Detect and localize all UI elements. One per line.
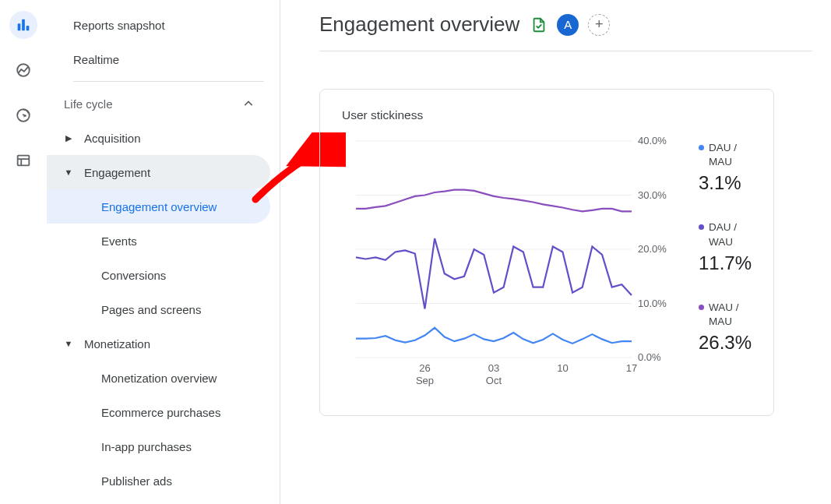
legend-dot (699, 305, 704, 310)
legend-dot (699, 224, 704, 230)
group-engagement[interactable]: ▼ Engagement (47, 155, 270, 189)
svg-rect-6 (18, 156, 30, 166)
chevron-up-icon (241, 96, 256, 111)
subitem-ecommerce-purchases[interactable]: Ecommerce purchases (47, 395, 270, 429)
subitem-engagement-overview[interactable]: Engagement overview (47, 189, 270, 224)
subitem-in-app-purchases[interactable]: In-app purchases (47, 429, 270, 463)
header-divider (319, 51, 812, 51)
metrics-panel: DAU /MAU 3.1% DAU /WAU 11.7% WAU /MAU 26… (699, 136, 752, 393)
svg-text:Oct: Oct (486, 375, 502, 386)
svg-text:03: 03 (488, 362, 499, 374)
metric-dau-wau[interactable]: DAU /WAU 11.7% (699, 220, 752, 273)
nav-label: Realtime (73, 53, 119, 66)
svg-rect-2 (26, 26, 30, 30)
section-label: Life cycle (64, 97, 113, 111)
metric-value: 3.1% (699, 172, 752, 194)
subitem-label: Monetization overview (101, 372, 217, 385)
card-title: User stickiness (342, 108, 752, 122)
svg-text:40.0%: 40.0% (638, 136, 667, 146)
icon-rail (0, 0, 47, 504)
page-title: Engagement overview (319, 12, 519, 37)
svg-rect-1 (22, 19, 25, 31)
subitem-publisher-ads[interactable]: Publisher ads (47, 463, 270, 498)
svg-rect-0 (18, 23, 21, 30)
nav-reports-snapshot[interactable]: Reports snapshot (47, 8, 270, 42)
reports-icon[interactable] (9, 11, 37, 39)
subitem-monetization-overview[interactable]: Monetization overview (47, 361, 270, 395)
avatar[interactable]: A (557, 14, 579, 36)
subitem-label: Ecommerce purchases (101, 406, 220, 419)
caret-down-icon: ▼ (62, 167, 75, 177)
subitem-label: Events (101, 234, 137, 248)
metric-label: DAU /WAU (709, 220, 737, 248)
group-label: Monetization (84, 337, 150, 351)
user-stickiness-card: User stickiness 0.0%10.0%20.0%30.0%40.0%… (319, 89, 774, 416)
subitem-label: Conversions (101, 269, 166, 282)
svg-text:26: 26 (419, 362, 430, 374)
group-label: Engagement (84, 166, 150, 179)
nav-label: Reports snapshot (73, 19, 165, 32)
group-label: Acquisition (84, 132, 141, 145)
verified-icon[interactable] (530, 16, 548, 33)
subitem-label: Engagement overview (101, 200, 217, 213)
metric-wau-mau[interactable]: WAU /MAU 26.3% (699, 301, 752, 354)
subitem-label: In-app purchases (101, 440, 192, 453)
metric-value: 26.3% (699, 332, 752, 354)
svg-text:30.0%: 30.0% (638, 189, 667, 201)
svg-text:17: 17 (626, 362, 637, 374)
metric-dau-mau[interactable]: DAU /MAU 3.1% (699, 141, 752, 194)
subitem-events[interactable]: Events (47, 224, 270, 258)
caret-down-icon: ▼ (62, 339, 75, 348)
explore-icon[interactable] (9, 101, 37, 129)
main-content: Engagement overview A + User stickiness … (280, 0, 831, 504)
legend-dot (699, 145, 704, 150)
caret-right-icon: ▶ (62, 133, 75, 143)
subitem-label: Pages and screens (101, 303, 201, 316)
chart-container: 0.0%10.0%20.0%30.0%40.0%26Sep03Oct1017 (342, 136, 683, 393)
svg-text:10.0%: 10.0% (638, 298, 667, 309)
svg-text:Sep: Sep (416, 375, 434, 386)
svg-text:0.0%: 0.0% (638, 351, 661, 363)
subitem-label: Publisher ads (101, 474, 172, 488)
metric-label: DAU /MAU (709, 141, 737, 169)
section-life-cycle[interactable]: Life cycle (47, 86, 270, 121)
line-chart[interactable]: 0.0%10.0%20.0%30.0%40.0%26Sep03Oct1017 (342, 136, 683, 393)
subitem-conversions[interactable]: Conversions (47, 258, 270, 292)
nav-realtime[interactable]: Realtime (47, 42, 270, 76)
metric-value: 11.7% (699, 252, 752, 274)
realtime-icon[interactable] (9, 56, 37, 84)
svg-text:10: 10 (557, 362, 568, 374)
add-comparison-button[interactable]: + (588, 14, 610, 36)
metric-label: WAU /MAU (709, 301, 739, 329)
avatar-letter: A (564, 18, 572, 31)
library-icon[interactable] (9, 146, 37, 174)
plus-icon: + (595, 16, 604, 33)
page-header: Engagement overview A + (319, 12, 812, 37)
group-acquisition[interactable]: ▶ Acquisition (47, 121, 270, 155)
group-monetization[interactable]: ▼ Monetization (47, 326, 270, 361)
sidebar-nav: Reports snapshot Realtime Life cycle ▶ A… (47, 0, 280, 504)
divider (73, 81, 264, 82)
svg-text:20.0%: 20.0% (638, 243, 667, 255)
subitem-pages-and-screens[interactable]: Pages and screens (47, 292, 270, 326)
